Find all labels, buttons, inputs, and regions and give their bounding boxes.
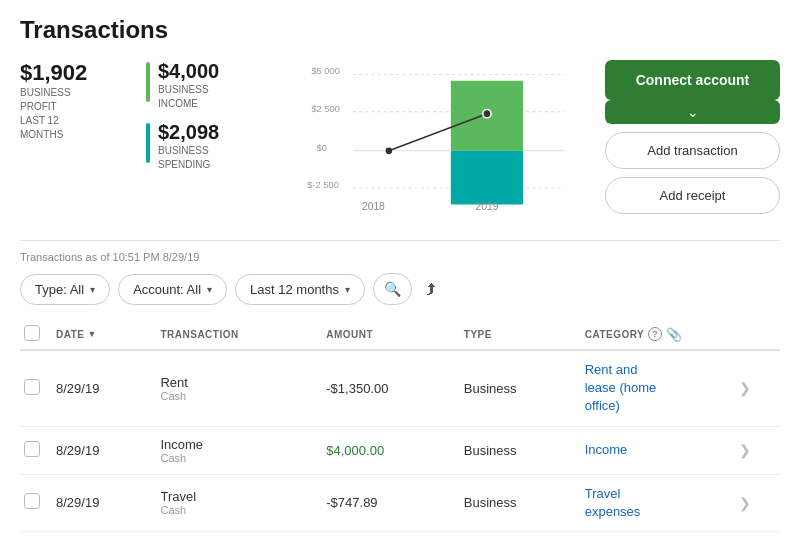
page-title: Transactions <box>20 16 780 44</box>
date-filter-label: Last 12 months <box>250 282 339 297</box>
type-filter-chevron-icon: ▾ <box>90 284 95 295</box>
svg-point-10 <box>385 147 393 155</box>
th-transaction: TRANSACTION <box>152 319 318 350</box>
transaction-name: Travel <box>160 489 310 504</box>
transaction-sub: Cash <box>160 504 310 516</box>
amount-value: -$747.89 <box>326 495 377 510</box>
row-nav: ❯ <box>731 350 780 426</box>
connect-account-button[interactable]: Connect account <box>605 60 780 100</box>
svg-rect-9 <box>451 151 523 205</box>
row-transaction: Rent Cash <box>152 350 318 426</box>
table-row: 8/29/19 Travel Cash -$747.89 Business Tr… <box>20 474 780 531</box>
stat-income: $4,000 BUSINESS INCOME <box>146 60 276 111</box>
row-amount: -$1,350.00 <box>318 350 456 426</box>
transaction-sub: Cash <box>160 452 310 464</box>
th-amount: AMOUNT <box>318 319 456 350</box>
row-nav: ❯ <box>731 426 780 474</box>
row-type: Business <box>456 426 577 474</box>
section-divider <box>20 240 780 241</box>
date-sort-icon: ▼ <box>87 329 96 339</box>
row-category: Income <box>577 426 731 474</box>
row-date: 8/29/19 <box>48 426 152 474</box>
table-header: DATE ▼ TRANSACTION AMOUNT TYPE CATEGORY <box>20 319 780 350</box>
transaction-name: Rent <box>160 375 310 390</box>
type-filter-label: Type: All <box>35 282 84 297</box>
svg-point-12 <box>483 110 491 118</box>
page-container: Transactions $1,902 BUSINESS PROFIT LAST… <box>0 0 800 548</box>
account-filter-dropdown[interactable]: Account: All ▾ <box>118 274 227 305</box>
date-filter-chevron-icon: ▾ <box>345 284 350 295</box>
spending-bar <box>146 123 150 163</box>
transaction-sub: Cash <box>160 390 310 402</box>
svg-text:$2 500: $2 500 <box>311 104 339 114</box>
category-help-icon[interactable]: ? <box>648 327 662 341</box>
svg-text:2018: 2018 <box>362 201 385 212</box>
row-checkbox[interactable] <box>24 493 40 509</box>
add-receipt-button[interactable]: Add receipt <box>605 177 780 214</box>
connect-account-group: Connect account ⌄ <box>605 60 780 124</box>
transaction-name: Income <box>160 437 310 452</box>
action-buttons: Connect account ⌄ Add transaction Add re… <box>605 60 780 214</box>
row-type: Business <box>456 474 577 531</box>
stat-profit: $1,902 BUSINESS PROFIT LAST 12 MONTHS <box>20 60 130 142</box>
th-type: TYPE <box>456 319 577 350</box>
row-date: 8/29/19 <box>48 474 152 531</box>
row-nav: ❯ <box>731 474 780 531</box>
row-date: 8/29/19 <box>48 350 152 426</box>
export-button[interactable]: ⮭ <box>420 276 444 302</box>
row-chevron-icon[interactable]: ❯ <box>739 380 751 396</box>
row-category: Travelexpenses <box>577 474 731 531</box>
row-transaction: Travel Cash <box>152 474 318 531</box>
svg-text:2019: 2019 <box>475 201 498 212</box>
search-button[interactable]: 🔍 <box>373 273 412 305</box>
row-transaction: Income Cash <box>152 426 318 474</box>
type-filter-dropdown[interactable]: Type: All ▾ <box>20 274 110 305</box>
filter-bar: Type: All ▾ Account: All ▾ Last 12 month… <box>20 273 780 305</box>
spending-label: BUSINESS SPENDING <box>158 144 219 172</box>
top-section: $1,902 BUSINESS PROFIT LAST 12 MONTHS $4… <box>20 60 780 220</box>
table-body: 8/29/19 Rent Cash -$1,350.00 Business Re… <box>20 350 780 531</box>
stats-left: $1,902 BUSINESS PROFIT LAST 12 MONTHS <box>20 60 130 142</box>
account-filter-chevron-icon: ▾ <box>207 284 212 295</box>
account-filter-label: Account: All <box>133 282 201 297</box>
chart-svg: $5 000 $2 500 $0 $-2 500 <box>292 60 589 220</box>
row-chevron-icon[interactable]: ❯ <box>739 495 751 511</box>
row-amount: -$747.89 <box>318 474 456 531</box>
transactions-table: DATE ▼ TRANSACTION AMOUNT TYPE CATEGORY <box>20 319 780 532</box>
th-date[interactable]: DATE ▼ <box>48 319 152 350</box>
row-category: Rent andlease (homeoffice) <box>577 350 731 426</box>
date-filter-dropdown[interactable]: Last 12 months ▾ <box>235 274 365 305</box>
spending-amount: $2,098 <box>158 121 219 144</box>
svg-text:$5 000: $5 000 <box>311 66 339 76</box>
attachment-icon: 📎 <box>666 327 683 342</box>
profit-amount: $1,902 <box>20 60 130 86</box>
row-checkbox[interactable] <box>24 441 40 457</box>
row-type: Business <box>456 350 577 426</box>
th-category: CATEGORY ? 📎 <box>577 319 780 350</box>
search-icon: 🔍 <box>384 281 401 297</box>
category-link[interactable]: Income <box>585 442 628 457</box>
stats-right: $4,000 BUSINESS INCOME $2,098 BUSINESS S… <box>146 60 276 172</box>
connect-account-chevron-button[interactable]: ⌄ <box>605 100 780 124</box>
svg-text:$0: $0 <box>317 143 327 153</box>
row-checkbox-cell <box>20 474 48 531</box>
category-link[interactable]: Travelexpenses <box>585 486 641 519</box>
select-all-checkbox[interactable] <box>24 325 40 341</box>
svg-text:$-2 500: $-2 500 <box>307 180 338 190</box>
export-icon: ⮭ <box>424 280 440 297</box>
add-transaction-button[interactable]: Add transaction <box>605 132 780 169</box>
th-checkbox <box>20 319 48 350</box>
amount-value: $4,000.00 <box>326 443 384 458</box>
row-checkbox-cell <box>20 350 48 426</box>
row-checkbox[interactable] <box>24 379 40 395</box>
category-link[interactable]: Rent andlease (homeoffice) <box>585 362 657 413</box>
table-row: 8/29/19 Rent Cash -$1,350.00 Business Re… <box>20 350 780 426</box>
amount-value: -$1,350.00 <box>326 381 388 396</box>
row-checkbox-cell <box>20 426 48 474</box>
profit-label: BUSINESS PROFIT LAST 12 MONTHS <box>20 86 130 142</box>
income-label: BUSINESS INCOME <box>158 83 219 111</box>
stat-spending: $2,098 BUSINESS SPENDING <box>146 121 276 172</box>
table-row: 8/29/19 Income Cash $4,000.00 Business I… <box>20 426 780 474</box>
income-bar <box>146 62 150 102</box>
row-chevron-icon[interactable]: ❯ <box>739 442 751 458</box>
